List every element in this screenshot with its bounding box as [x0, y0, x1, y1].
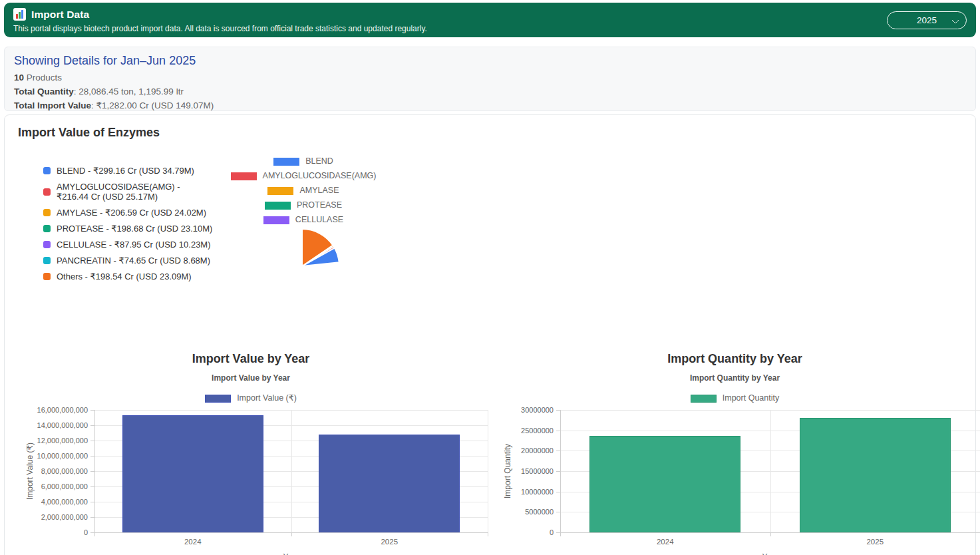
pie-chart-legend: BLENDAMYLOGLUCOSIDASE(AMG)AMYLASEPROTEAS…	[204, 156, 403, 225]
y-tick-mark	[90, 410, 94, 411]
legend-swatch	[265, 202, 291, 210]
y-tick-mark	[90, 425, 94, 426]
pie-chart-legend-item[interactable]: AMYLASE	[267, 186, 339, 196]
legend-swatch	[263, 216, 289, 224]
y-axis-line	[560, 410, 561, 532]
import-value-chart-heading: Import Value by Year	[14, 352, 488, 366]
y-axis-title: Import Value (₹)	[25, 443, 35, 500]
y-tick-mark	[90, 517, 94, 518]
x-tick-label: 2024	[173, 538, 213, 546]
import-quantity-chart-heading: Import Quantity by Year	[493, 352, 977, 366]
legend-text: PROTEASE - ₹198.68 Cr (USD 23.10M)	[57, 224, 212, 234]
y-tick-label: 10000000	[521, 488, 554, 496]
y-tick-label: 16,000,000,000	[37, 406, 88, 414]
y-tick-label: 0	[84, 528, 88, 536]
pie-chart	[263, 228, 341, 305]
pie-chart-legend-item[interactable]: BLEND	[273, 156, 333, 166]
legend-swatch	[43, 273, 51, 280]
app-header: Import Data This portal displays biotech…	[4, 3, 976, 37]
legend-text: PROTEASE	[297, 200, 342, 210]
bar-2025	[319, 435, 460, 532]
legend-text: BLEND	[305, 156, 333, 166]
bar-2024	[589, 436, 740, 532]
pie-detail-legend: BLEND - ₹299.16 Cr (USD 34.79M)AMYLOGLUC…	[43, 166, 213, 287]
import-value-legend[interactable]: Import Value (₹)	[14, 393, 488, 403]
pie-legend-item: AMYLASE - ₹206.59 Cr (USD 24.02M)	[43, 208, 213, 218]
gridline	[291, 410, 292, 532]
charts-card: Import Value of Enzymes BLEND - ₹299.16 …	[4, 114, 976, 555]
legend-text: AMYLASE	[299, 186, 339, 196]
bar-2024	[122, 415, 263, 532]
import-quantity-chart: Import Quantity by Year Import Quantity …	[493, 349, 977, 555]
x-tick-label: 2025	[369, 538, 409, 546]
pie-legend-item: PROTEASE - ₹198.68 Cr (USD 23.10M)	[43, 224, 213, 234]
app-title: Import Data	[31, 9, 89, 21]
y-tick-label: 30000000	[521, 406, 554, 414]
legend-text: CELLULASE - ₹87.95 Cr (USD 10.23M)	[57, 240, 211, 250]
total-value-line: Total Import Value: ₹1,282.00 Cr (USD 14…	[14, 100, 966, 111]
pie-chart-legend-item[interactable]: CELLULASE	[263, 215, 343, 225]
pie-chart-legend-item[interactable]: AMYLOGLUCOSIDASE(AMG)	[231, 171, 377, 181]
enzymes-section-title: Import Value of Enzymes	[18, 126, 160, 140]
year-select[interactable]: 2025	[887, 11, 967, 29]
year-select-value: 2025	[917, 15, 937, 25]
legend-swatch	[43, 241, 51, 248]
legend-text: BLEND - ₹299.16 Cr (USD 34.79M)	[57, 166, 194, 176]
pie-legend-item: BLEND - ₹299.16 Cr (USD 34.79M)	[43, 166, 213, 176]
y-tick-label: 20000000	[521, 447, 554, 455]
y-tick-mark	[556, 492, 560, 492]
x-tick-mark	[94, 532, 95, 536]
legend-text: PANCREATIN - ₹74.65 Cr (USD 8.68M)	[57, 256, 210, 266]
y-tick-mark	[556, 451, 560, 451]
pie-legend-item: AMYLOGLUCOSIDASE(AMG) - ₹216.44 Cr (USD …	[43, 182, 213, 202]
legend-swatch	[43, 257, 51, 264]
import-quantity-chart-title: Import Quantity by Year	[493, 373, 977, 383]
legend-swatch	[231, 172, 257, 180]
x-tick-label: 2024	[645, 538, 685, 546]
chevron-down-icon	[951, 16, 959, 23]
x-tick-mark	[488, 532, 488, 536]
gridline	[770, 410, 771, 532]
y-tick-mark	[90, 486, 94, 487]
import-quantity-legend-swatch	[691, 395, 717, 403]
x-tick-mark	[770, 532, 771, 536]
y-tick-label: 5000000	[525, 508, 554, 516]
y-tick-label: 2,000,000,000	[41, 513, 88, 521]
y-tick-label: 0	[550, 528, 554, 536]
y-tick-label: 25000000	[521, 427, 554, 435]
legend-text: AMYLASE - ₹206.59 Cr (USD 24.02M)	[57, 208, 206, 218]
product-count: 10	[14, 73, 24, 83]
x-tick-label: 2025	[855, 538, 895, 546]
y-tick-label: 12,000,000,000	[37, 437, 88, 445]
legend-swatch	[43, 167, 51, 174]
summary-heading: Showing Details for Jan–Jun 2025	[14, 54, 966, 68]
y-tick-mark	[556, 471, 560, 472]
y-axis-title: Import Quantity	[503, 444, 512, 498]
x-axis-title: Year	[762, 552, 778, 555]
import-quantity-legend[interactable]: Import Quantity	[493, 393, 977, 403]
y-tick-mark	[90, 441, 94, 441]
y-tick-label: 4,000,000,000	[41, 498, 88, 506]
app-subtitle: This portal displays biotech product imp…	[13, 24, 967, 33]
import-value-chart-title: Import Value by Year	[14, 373, 488, 383]
y-tick-label: 14,000,000,000	[37, 421, 88, 429]
x-axis-title: Year	[283, 552, 299, 555]
pie-legend-item: CELLULASE - ₹87.95 Cr (USD 10.23M)	[43, 240, 213, 250]
y-tick-label: 8,000,000,000	[41, 467, 88, 475]
y-tick-mark	[556, 431, 560, 431]
total-quantity-label: Total Quantity	[14, 87, 74, 96]
pie-legend-item: Others - ₹198.54 Cr (USD 23.09M)	[43, 272, 213, 281]
import-value-legend-swatch	[205, 395, 231, 403]
x-tick-mark	[291, 532, 292, 536]
import-value-chart: Import Value by Year Import Value by Yea…	[14, 349, 488, 555]
legend-swatch	[43, 188, 51, 196]
x-tick-mark	[560, 532, 561, 536]
legend-swatch	[267, 187, 293, 195]
y-tick-mark	[90, 471, 94, 472]
legend-text: AMYLOGLUCOSIDASE(AMG)	[263, 171, 377, 181]
gridline	[488, 410, 488, 532]
y-tick-label: 10,000,000,000	[37, 452, 88, 460]
pie-chart-legend-item[interactable]: PROTEASE	[265, 200, 342, 210]
total-quantity-line: Total Quantity: 28,086.45 ton, 1,195.99 …	[14, 87, 966, 97]
y-tick-label: 6,000,000,000	[41, 482, 88, 490]
